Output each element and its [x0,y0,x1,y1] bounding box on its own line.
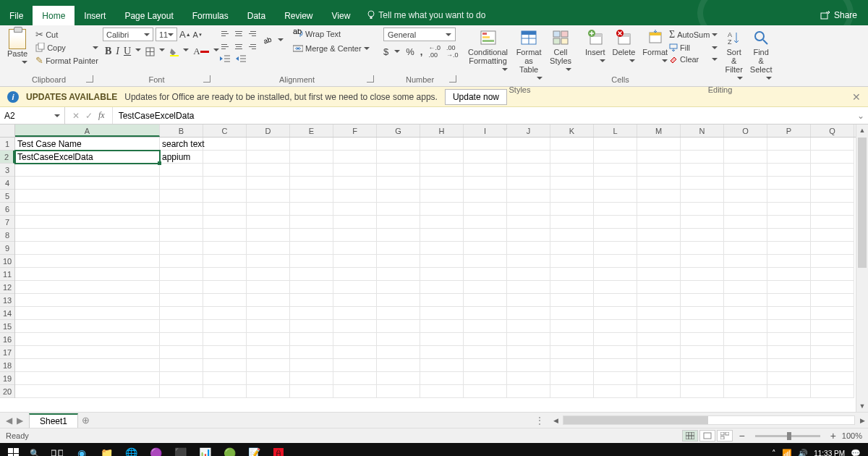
cell[interactable]: search text [160,138,203,151]
taskbar-app-icon[interactable]: 🅰 [268,443,289,456]
cells-area[interactable]: Test Case Namesearch textTestCaseExcelDa… [15,138,856,412]
cell[interactable] [550,333,594,346]
cell[interactable] [247,333,290,346]
cell[interactable] [507,359,550,372]
tray-chevron-icon[interactable]: ˄ [772,449,776,457]
cell[interactable] [247,164,290,177]
cell[interactable] [15,177,160,190]
row-header[interactable]: 13 [0,294,14,307]
cell[interactable] [767,138,811,151]
cell[interactable] [811,320,854,333]
cell[interactable] [507,372,550,385]
decrease-font-icon[interactable]: A▼ [193,30,203,39]
cell[interactable] [464,294,507,307]
cell[interactable] [290,372,333,385]
cell[interactable] [203,203,247,216]
cell[interactable] [203,385,247,398]
column-header[interactable]: L [594,124,637,137]
column-header[interactable]: B [160,124,203,137]
percent-button[interactable]: % [406,46,414,57]
cell[interactable] [811,359,854,372]
cell[interactable] [594,255,637,268]
cell[interactable] [681,346,724,359]
cell[interactable] [507,307,550,320]
cell[interactable] [420,268,464,281]
cell[interactable] [550,307,594,320]
tab-page-layout[interactable]: Page Layout [115,6,182,25]
cell[interactable] [594,268,637,281]
cell[interactable] [333,255,377,268]
cell[interactable] [377,242,420,255]
cell[interactable] [290,229,333,242]
cell[interactable] [15,255,160,268]
cell[interactable] [811,333,854,346]
cell[interactable] [594,320,637,333]
format-painter-button[interactable]: ✎Format Painter [33,54,101,67]
cell[interactable] [377,255,420,268]
sheet-prev-icon[interactable]: ◀ [6,415,12,426]
cell[interactable] [507,294,550,307]
cell[interactable] [464,385,507,398]
cell[interactable] [464,372,507,385]
row-header[interactable]: 15 [0,320,14,333]
comma-button[interactable]: , [420,46,423,57]
cell[interactable] [681,255,724,268]
cell[interactable] [724,255,767,268]
cell[interactable] [767,190,811,203]
row-header[interactable]: 8 [0,229,14,242]
cell[interactable] [681,138,724,151]
cell[interactable] [377,333,420,346]
increase-decimal-icon[interactable]: ←.0.00 [428,44,441,59]
cell[interactable] [811,346,854,359]
cell[interactable] [247,216,290,229]
cell[interactable] [811,255,854,268]
conditional-formatting-button[interactable]: Conditional Formatting [466,28,510,75]
cell[interactable] [464,242,507,255]
cell[interactable] [203,333,247,346]
cell[interactable] [724,281,767,294]
cell[interactable] [290,359,333,372]
vertical-scrollbar[interactable]: ▲ ▼ [856,124,868,412]
cell[interactable] [637,177,681,190]
cell[interactable] [681,320,724,333]
taskbar-app-icon[interactable]: 📝 [243,443,265,456]
cell[interactable] [724,294,767,307]
cell[interactable] [681,203,724,216]
cell[interactable] [377,307,420,320]
cell[interactable] [637,333,681,346]
fill-color-button[interactable] [169,46,179,57]
cell[interactable] [811,203,854,216]
cell[interactable] [247,346,290,359]
cell[interactable] [15,320,160,333]
cell[interactable] [637,216,681,229]
cell[interactable] [767,242,811,255]
cell[interactable] [550,255,594,268]
cancel-formula-icon[interactable]: ✕ [72,111,80,121]
horizontal-scrollbar[interactable]: ⋮ ◀ ▶ [535,413,868,428]
cell[interactable] [247,242,290,255]
cell[interactable] [377,385,420,398]
cell[interactable] [203,346,247,359]
sheet-tab-active[interactable]: Sheet1 [29,413,78,428]
taskbar-app-icon[interactable]: ⬛ [169,443,191,456]
cell[interactable] [290,203,333,216]
page-layout-view-button[interactable] [699,430,715,442]
column-header[interactable]: C [203,124,247,137]
cell[interactable] [464,333,507,346]
cell[interactable]: TestCaseExcelData [15,151,160,164]
cell[interactable] [420,203,464,216]
cell[interactable] [160,242,203,255]
cell[interactable] [681,294,724,307]
cell[interactable] [637,359,681,372]
cell[interactable] [507,216,550,229]
cell[interactable] [15,294,160,307]
cell[interactable] [160,333,203,346]
cell[interactable] [681,372,724,385]
cell[interactable] [507,177,550,190]
cell[interactable] [333,242,377,255]
cell[interactable] [333,320,377,333]
cell[interactable] [637,320,681,333]
column-header[interactable]: F [333,124,377,137]
cell[interactable] [464,307,507,320]
row-header[interactable]: 2 [0,151,14,164]
